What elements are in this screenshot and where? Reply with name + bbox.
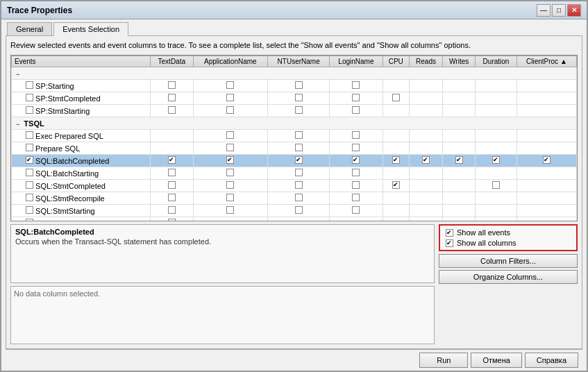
col-data-label: No data column selected. (14, 289, 100, 298)
cell-checkbox[interactable] (352, 94, 360, 101)
cell-checkbox[interactable] (226, 181, 234, 189)
cell-checkbox[interactable] (352, 156, 360, 164)
cell-checkbox[interactable] (226, 156, 234, 164)
group-expander[interactable]: − (16, 121, 19, 128)
table-row: − TSQL (12, 117, 577, 130)
group-expander[interactable]: − (12, 67, 577, 80)
cell-checkbox[interactable] (226, 94, 234, 101)
table-row[interactable]: SQL:BatchCompleted (12, 155, 577, 167)
minimize-button[interactable]: — (537, 4, 551, 17)
col-header-writes: Writes (443, 56, 476, 67)
show-all-events-checkbox[interactable] (446, 229, 453, 237)
cell-checkbox[interactable] (295, 206, 303, 214)
cell-checkbox[interactable] (352, 206, 360, 214)
cell-checkbox[interactable] (295, 106, 303, 114)
cancel-button[interactable]: Отмена (471, 353, 521, 368)
cell-checkbox[interactable] (392, 156, 400, 164)
cell-checkbox[interactable] (352, 181, 360, 189)
cell-checkbox[interactable] (352, 194, 360, 201)
table-row[interactable]: SP:StmtStarting (12, 105, 577, 117)
bottom-area: SQL:BatchCompleted Occurs when the Trans… (10, 224, 578, 344)
cell-checkbox[interactable] (226, 206, 234, 214)
cell-checkbox[interactable] (295, 81, 303, 89)
cell-checkbox[interactable] (295, 181, 303, 189)
cell-checkbox[interactable] (295, 156, 303, 164)
cell-checkbox[interactable] (295, 194, 303, 201)
show-all-events-label: Show all events (457, 228, 510, 237)
action-buttons: Column Filters... Organize Columns... (439, 254, 578, 284)
close-button[interactable]: ✕ (567, 4, 581, 17)
cell-checkbox[interactable] (295, 131, 303, 139)
show-all-columns-checkbox[interactable] (446, 239, 453, 247)
event-info-description: Occurs when the Transact-SQL statement h… (15, 237, 430, 246)
cell-checkbox[interactable] (168, 194, 176, 201)
col-header-textdata: TextData (151, 56, 194, 67)
row-checkbox[interactable] (26, 206, 33, 214)
col-header-duration: Duration (476, 56, 516, 67)
col-header-loginname: LoginName (330, 56, 383, 67)
cell-checkbox[interactable] (226, 169, 234, 176)
cell-checkbox[interactable] (492, 181, 500, 189)
cell-checkbox[interactable] (226, 106, 234, 114)
row-checkbox[interactable] (26, 156, 33, 164)
organize-columns-button[interactable]: Organize Columns... (439, 270, 578, 284)
cell-checkbox[interactable] (352, 106, 360, 114)
cell-checkbox[interactable] (168, 156, 176, 164)
help-button[interactable]: Справка (525, 353, 578, 368)
cell-checkbox[interactable] (168, 94, 176, 101)
cell-checkbox[interactable] (168, 81, 176, 89)
table-row[interactable]: SP:Starting (12, 80, 577, 92)
row-checkbox[interactable] (26, 94, 33, 101)
cell-checkbox[interactable] (352, 81, 360, 89)
tab-content: Review selected events and event columns… (6, 35, 582, 349)
tab-events-selection[interactable]: Events Selection (53, 22, 128, 36)
show-all-columns-row: Show all columns (446, 239, 571, 247)
table-row[interactable]: SQL:BatchStarting (12, 167, 577, 180)
events-table: Events TextData ApplicationName NTUserNa… (11, 56, 577, 221)
cell-checkbox[interactable] (492, 156, 500, 164)
cell-checkbox[interactable] (226, 81, 234, 89)
maximize-button[interactable]: □ (552, 4, 566, 17)
event-info-panel: SQL:BatchCompleted Occurs when the Trans… (10, 224, 435, 282)
column-filters-button[interactable]: Column Filters... (439, 254, 578, 268)
cell-checkbox[interactable] (168, 106, 176, 114)
table-row[interactable]: SQL:StmtStarting (12, 205, 577, 217)
table-row[interactable]: SP:StmtCompleted (12, 92, 577, 105)
cell-checkbox[interactable] (226, 144, 234, 151)
cell-checkbox[interactable] (226, 131, 234, 139)
cell-checkbox[interactable] (226, 194, 234, 201)
cell-checkbox[interactable] (295, 94, 303, 101)
cell-checkbox[interactable] (392, 94, 400, 101)
table-row[interactable]: Exec Prepared SQL (12, 130, 577, 142)
cell-checkbox[interactable] (352, 169, 360, 176)
row-checkbox[interactable] (26, 131, 33, 139)
cell-checkbox[interactable] (168, 169, 176, 176)
cell-checkbox[interactable] (295, 144, 303, 151)
cell-checkbox[interactable] (422, 156, 430, 164)
col-header-events: Events (12, 56, 151, 67)
row-checkbox[interactable] (26, 219, 33, 221)
row-checkbox[interactable] (26, 144, 33, 151)
table-row[interactable]: SQL:StmtCompleted (12, 180, 577, 192)
cell-checkbox[interactable] (168, 206, 176, 214)
cell-checkbox[interactable] (543, 156, 551, 164)
cell-checkbox[interactable] (168, 181, 176, 189)
tab-general[interactable]: General (7, 22, 52, 35)
row-checkbox[interactable] (26, 181, 33, 189)
cell-checkbox[interactable] (352, 144, 360, 151)
row-checkbox[interactable] (26, 81, 33, 89)
table-row[interactable]: Prepare SQL (12, 142, 577, 155)
row-checkbox[interactable] (26, 106, 33, 114)
show-all-columns-label: Show all columns (457, 239, 516, 247)
cell-checkbox[interactable] (295, 169, 303, 176)
cell-checkbox[interactable] (392, 181, 400, 189)
events-table-container[interactable]: Events TextData ApplicationName NTUserNa… (10, 55, 578, 221)
cell-checkbox[interactable] (455, 156, 463, 164)
cell-checkbox[interactable] (168, 219, 176, 221)
row-checkbox[interactable] (26, 169, 33, 176)
run-button[interactable]: Run (419, 353, 468, 368)
cell-checkbox[interactable] (352, 131, 360, 139)
table-row[interactable]: Unprepare SQL (12, 217, 577, 222)
row-checkbox[interactable] (26, 194, 33, 201)
table-row[interactable]: SQL:StmtRecompile (12, 192, 577, 205)
